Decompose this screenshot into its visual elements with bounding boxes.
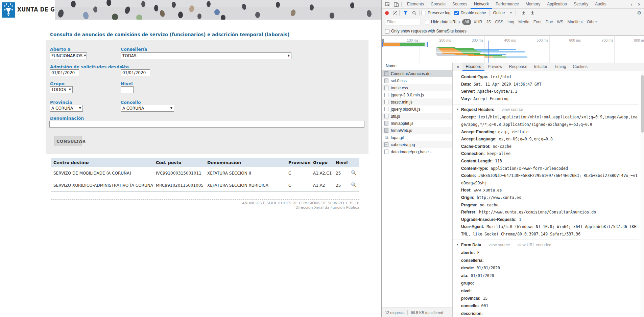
close-devtools-icon[interactable]: ×	[636, 1, 644, 7]
network-overview-timeline[interactable]: 100 ms200 ms300 ms400 ms500 ms600 ms700 …	[382, 36, 644, 63]
grupo-select[interactable]: TODOS▼	[50, 86, 73, 93]
divider	[401, 2, 402, 7]
preserve-log-checkbox[interactable]	[422, 11, 426, 15]
header-name: provincia:	[461, 296, 480, 301]
devtools-tab-audits[interactable]: Audits	[592, 0, 610, 9]
more-options-icon[interactable]: ⋮	[626, 2, 636, 7]
samesite-checkbox[interactable]	[385, 29, 389, 33]
import-har-icon[interactable]	[521, 10, 527, 16]
devtools-tab-application[interactable]: Application	[544, 0, 570, 9]
waterfall-bar-segment	[463, 53, 480, 54]
type-filter-all[interactable]: All	[462, 19, 471, 25]
nivel-input[interactable]	[121, 86, 134, 93]
devtools-tab-network[interactable]: Network	[471, 0, 492, 9]
request-row[interactable]: scl-0.css	[382, 77, 452, 84]
denominacion-input[interactable]	[49, 121, 364, 128]
type-filter-xhr[interactable]: XHR	[472, 19, 484, 25]
record-network-log-button[interactable]	[385, 11, 389, 15]
request-row[interactable]: jquery.blockUI.js	[382, 106, 452, 113]
detail-tab-initiator[interactable]: Initiator	[531, 63, 551, 71]
view-url-encoded-link[interactable]: view URL encoded	[518, 243, 551, 247]
disclosure-triangle-icon[interactable]: ▼	[456, 241, 459, 249]
detail-tab-timing[interactable]: Timing	[551, 63, 570, 71]
request-row[interactable]: jquery-3.0.0.min.js	[382, 91, 452, 98]
hide-data-urls-checkbox[interactable]	[425, 20, 429, 24]
type-filter-js[interactable]: JS	[484, 19, 493, 25]
type-filter-manifest[interactable]: Manifest	[566, 19, 585, 25]
preserve-log-label: Preserve log	[428, 10, 450, 15]
request-row[interactable]: util.js	[382, 113, 452, 120]
devtools-tab-sources[interactable]: Sources	[449, 0, 471, 9]
devtools-tab-elements[interactable]: Elements	[404, 0, 427, 9]
gear-icon[interactable]: ⚙	[637, 10, 641, 16]
throttling-select[interactable]: Online ▼	[493, 10, 512, 15]
devtools-tab-console[interactable]: Console	[427, 0, 449, 9]
results-header-row: Centro destino Cód. posto Denominación P…	[51, 158, 359, 167]
type-filter-doc[interactable]: Doc	[544, 19, 554, 25]
concello-value: A CORUÑA	[122, 105, 144, 111]
request-row[interactable]: cabeceira.jpg	[382, 141, 452, 148]
header-line: descricion:	[461, 310, 639, 317]
type-filter-other[interactable]: Other	[585, 19, 599, 25]
type-filter-ws[interactable]: WS	[555, 19, 565, 25]
magnifier-detail-icon[interactable]	[348, 167, 359, 179]
search-icon[interactable]	[411, 10, 417, 16]
close-detail-icon[interactable]: ×	[453, 64, 462, 69]
clear-network-log-icon[interactable]	[393, 11, 397, 15]
device-toolbar-icon[interactable]	[393, 2, 399, 7]
header-line: Accept: text/html,application/xhtml+xml,…	[461, 114, 639, 128]
document-file-icon	[384, 114, 388, 118]
detail-scrollbar[interactable]	[641, 71, 644, 317]
scrollbar-thumb[interactable]	[641, 75, 644, 133]
header-line: User-Agent: Mozilla/5.0 (Windows NT 10.0…	[461, 223, 639, 238]
disclosure-triangle-icon[interactable]: ▼	[456, 106, 459, 114]
detail-tab-headers[interactable]: Headers	[462, 63, 484, 71]
devtools-tab-memory[interactable]: Memory	[522, 0, 544, 9]
request-row[interactable]: ConsultarAnuncios.do	[382, 70, 452, 77]
header-line: Cookie: JSESSIONID=647130FF5BBF229561097…	[461, 172, 639, 187]
request-row[interactable]: miniapplet.js	[382, 120, 452, 127]
detail-tab-response[interactable]: Response	[506, 63, 531, 71]
document-file-icon	[384, 150, 388, 154]
devtools-tab-security[interactable]: Security	[570, 0, 592, 9]
aberto-select[interactable]: FUNCIONARIOS▼	[50, 52, 87, 59]
timeline-tick-label: 500 ms	[530, 38, 548, 42]
timeline-gridline	[517, 36, 517, 63]
chevron-down-icon: ▼	[69, 87, 71, 93]
type-filter-font[interactable]: Font	[532, 19, 543, 25]
divider	[490, 10, 490, 16]
request-row[interactable]: lupa.gif	[382, 134, 452, 141]
header-value: no-cache	[477, 203, 498, 207]
filter-input[interactable]	[385, 19, 421, 25]
header-line: Upgrade-Insecure-Requests: 1	[461, 216, 639, 224]
inspect-element-icon[interactable]	[384, 2, 390, 7]
table-row: SERVIZO DE MOBILIDADE (A CORUÑA)IVC99100…	[51, 167, 359, 179]
detail-tab-cookies[interactable]: Cookies	[570, 63, 591, 71]
request-row[interactable]: firmaWeb.js	[382, 127, 452, 134]
document-file-icon	[384, 121, 388, 126]
export-har-icon[interactable]	[529, 10, 535, 16]
filter-funnel-icon[interactable]	[402, 10, 408, 16]
consultar-button[interactable]: CONSULTAR	[54, 136, 82, 146]
detail-tab-preview[interactable]: Preview	[484, 63, 506, 71]
disable-cache-checkbox[interactable]	[454, 11, 459, 15]
view-source-link[interactable]: view source	[502, 107, 523, 112]
provincia-select[interactable]: A CORUÑA▼	[50, 105, 83, 112]
requests-name-header[interactable]: Name	[382, 63, 452, 70]
col-centro-destino: Centro destino	[51, 158, 153, 167]
request-row[interactable]: toastr.min.js	[382, 98, 452, 106]
view-source-link[interactable]: view source	[488, 243, 510, 247]
magnifier-detail-icon[interactable]	[348, 179, 359, 191]
concello-select[interactable]: A CORUÑA▼	[121, 105, 174, 112]
type-filter-css[interactable]: CSS	[493, 19, 505, 25]
request-row[interactable]: toastr.css	[382, 84, 452, 91]
devtools-tab-performance[interactable]: Performance	[492, 0, 522, 9]
type-filter-img[interactable]: Img	[506, 19, 516, 25]
request-row[interactable]: data:image/png;base...	[382, 148, 452, 155]
desde-input[interactable]	[50, 69, 79, 76]
section-title: Request Headers	[461, 107, 494, 112]
type-filter-media[interactable]: Media	[517, 19, 531, 25]
conselleria-select[interactable]: TODAS▼	[121, 52, 291, 59]
ata-input[interactable]	[121, 69, 150, 76]
resource-type-filters: AllXHRJSCSSImgMediaFontDocWSManifestOthe…	[462, 19, 599, 25]
